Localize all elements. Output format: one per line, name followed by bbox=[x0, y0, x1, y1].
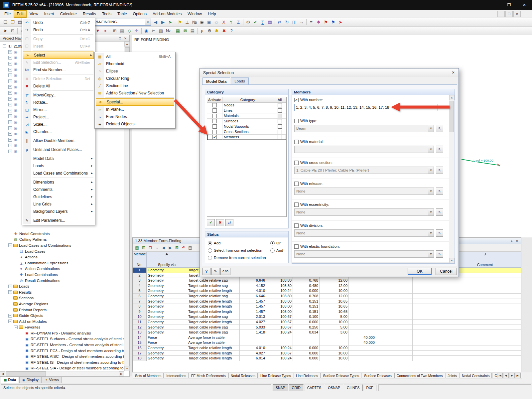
cell-h[interactable] bbox=[376, 345, 413, 351]
expand-box-icon[interactable]: + bbox=[8, 285, 12, 288]
cell-h[interactable] bbox=[376, 288, 413, 294]
select-submenu-item-related-objects[interactable]: ≣Related Objects bbox=[95, 120, 175, 128]
cell-i[interactable] bbox=[413, 294, 449, 299]
all-checkbox[interactable] bbox=[278, 124, 282, 129]
cell-f[interactable]: 10.65 bbox=[320, 299, 349, 304]
tree-item-load-cases[interactable]: ▤Load Cases bbox=[0, 248, 124, 254]
cell-c[interactable]: 4.027 bbox=[240, 351, 266, 356]
filter-checkbox[interactable] bbox=[294, 161, 299, 165]
cell-h[interactable] bbox=[376, 340, 413, 345]
cell-i[interactable] bbox=[413, 304, 449, 309]
show-supports-icon[interactable]: ⊥ bbox=[184, 19, 191, 26]
filter-dropdown[interactable]: None▼ bbox=[294, 250, 434, 258]
row-number-cell[interactable]: 17 bbox=[133, 351, 147, 356]
tree-item-nodal-constraints[interactable]: ⊗Nodal Constraints bbox=[0, 231, 124, 237]
move-copy-icon[interactable]: ⇄ bbox=[276, 19, 283, 26]
expand-box-icon[interactable]: + bbox=[8, 120, 12, 124]
edit-menu-item-insert[interactable]: ❒InsertCtrl+V bbox=[23, 43, 94, 50]
edit-menu-item-units-and-decimal-places[interactable]: µUnits and Decimal Places... bbox=[23, 146, 94, 153]
status-logic-or[interactable]: Or bbox=[270, 239, 283, 247]
row-number-cell[interactable]: 15 bbox=[133, 340, 147, 345]
cell-h[interactable] bbox=[376, 299, 413, 304]
cell-a[interactable]: Geometry bbox=[147, 299, 187, 304]
all-checkbox[interactable] bbox=[278, 108, 282, 113]
cell-b[interactable]: Target cable relative sag bbox=[187, 314, 240, 320]
toggle-grid[interactable]: GRID bbox=[289, 384, 304, 391]
add-on-flag-blue-icon[interactable]: ⚑ bbox=[330, 19, 337, 26]
dialog-tab-model-data[interactable]: Model Data bbox=[202, 77, 230, 85]
table-tab-line-releases[interactable]: Line Releases bbox=[294, 373, 321, 378]
cell-f[interactable]: 5.00 bbox=[320, 325, 349, 330]
all-checkbox[interactable] bbox=[278, 114, 282, 118]
cell-e[interactable]: 0.000 bbox=[293, 320, 320, 325]
table-tab-joints[interactable]: Joints bbox=[446, 373, 459, 378]
cell-f[interactable]: 10.65 bbox=[320, 309, 349, 315]
work-plane-icon[interactable]: ◇ bbox=[126, 27, 133, 35]
table-row-14[interactable]: 14ForceAverage force in cable40.000 bbox=[133, 335, 521, 340]
row-number-cell[interactable]: 11 bbox=[133, 320, 147, 325]
cell-a[interactable]: Geometry bbox=[147, 356, 187, 361]
row-number-cell[interactable]: 12 bbox=[133, 325, 147, 330]
cell-d[interactable]: 100.24 bbox=[266, 330, 293, 335]
edit-menu-item-edit-parameters[interactable]: ✎Edit Parameters... bbox=[23, 217, 94, 224]
filter-dropdown[interactable]: ▼ bbox=[294, 146, 434, 153]
visibility-icon[interactable]: ◉ bbox=[143, 27, 150, 35]
new-imperfection-icon[interactable]: ≈ bbox=[101, 27, 109, 35]
cell-a[interactable]: Geometry bbox=[147, 304, 187, 309]
cell-g[interactable] bbox=[349, 356, 376, 361]
edit-menu-item-background-layers[interactable]: Background Layers▶ bbox=[23, 208, 94, 215]
menubar-item-tools[interactable]: Tools bbox=[99, 10, 114, 18]
cell-d[interactable]: 100.67 bbox=[266, 351, 293, 356]
activate-checkbox[interactable]: ✔ bbox=[212, 135, 217, 139]
select-submenu-item-ellipse[interactable]: ○Ellipse bbox=[95, 67, 175, 75]
tree-item-sections[interactable]: Sections bbox=[0, 295, 124, 301]
nav-tab-data[interactable]: ▦Data bbox=[1, 377, 19, 383]
cell-d[interactable]: 103.80 bbox=[266, 283, 293, 289]
cell-h[interactable] bbox=[376, 283, 413, 289]
row-number-cell[interactable]: 18 bbox=[133, 356, 147, 361]
pick-from-model-button[interactable]: ↖ bbox=[436, 208, 443, 216]
pick-from-model-button[interactable]: ↖ bbox=[436, 188, 443, 195]
mdi-minimize-button[interactable]: ─ bbox=[497, 11, 505, 17]
row-number-cell[interactable]: 13 bbox=[133, 330, 147, 335]
cell-e[interactable]: 0.000 bbox=[293, 288, 320, 294]
scroll-right-icon[interactable]: ▶ bbox=[119, 371, 124, 376]
cell-h[interactable] bbox=[376, 304, 413, 309]
tree-item-results[interactable]: +Results bbox=[0, 289, 124, 295]
table-tab-surface-releases[interactable]: Surface Releases bbox=[362, 373, 394, 378]
expand-box-icon[interactable]: + bbox=[8, 109, 12, 112]
snap-icon[interactable]: ⊞ bbox=[111, 27, 118, 35]
cell-d[interactable]: 100.24 bbox=[266, 345, 293, 351]
cell-b[interactable]: Target cable relative length bbox=[187, 288, 240, 294]
expand-box-icon[interactable]: + bbox=[8, 97, 12, 101]
cell-e[interactable]: 0.480 bbox=[293, 283, 320, 289]
scroll-down-icon[interactable]: ▼ bbox=[449, 258, 455, 263]
tree-item-printout-reports[interactable]: Printout Reports bbox=[0, 307, 124, 313]
edit-menu-item-rotate[interactable]: ↻Rotate... bbox=[23, 99, 94, 106]
cell-c[interactable] bbox=[240, 340, 266, 345]
expand-box-icon[interactable]: + bbox=[8, 314, 12, 318]
close-icon[interactable]: ✕ bbox=[123, 36, 128, 41]
toggle-cartes[interactable]: CARTES bbox=[304, 384, 324, 391]
minimize-button[interactable]: ─ bbox=[486, 0, 501, 10]
clipping-plane-icon[interactable]: ✂ bbox=[150, 27, 157, 35]
cell-a[interactable]: Force bbox=[147, 335, 187, 340]
collapse-box-icon[interactable]: − bbox=[8, 320, 12, 323]
cell-a[interactable]: Geometry bbox=[147, 294, 187, 299]
filter-dropdown[interactable]: Beam▼ bbox=[294, 125, 434, 132]
cell-f[interactable] bbox=[320, 340, 349, 345]
nav-tab-display[interactable]: ◉Display bbox=[19, 377, 42, 383]
tab-scroll-last-icon[interactable]: ▶| bbox=[515, 373, 521, 378]
cell-d[interactable]: 100.67 bbox=[266, 320, 293, 325]
fe-mesh-icon[interactable]: ▦ bbox=[266, 19, 274, 26]
cell-i[interactable] bbox=[413, 288, 449, 294]
row-number-cell[interactable]: 6 bbox=[133, 294, 147, 299]
toggle-snap[interactable]: SNAP bbox=[273, 384, 288, 391]
module-start-icon[interactable]: ➤ bbox=[337, 19, 344, 26]
cell-g[interactable]: 40.000 bbox=[349, 340, 376, 345]
cell-j[interactable] bbox=[449, 351, 521, 356]
cell-i[interactable] bbox=[413, 278, 449, 283]
menubar-item-add-on-modules[interactable]: Add-on Modules bbox=[150, 10, 185, 18]
edit-menu-item-loads[interactable]: Loads▶ bbox=[23, 162, 94, 170]
expand-box-icon[interactable]: + bbox=[8, 138, 12, 142]
